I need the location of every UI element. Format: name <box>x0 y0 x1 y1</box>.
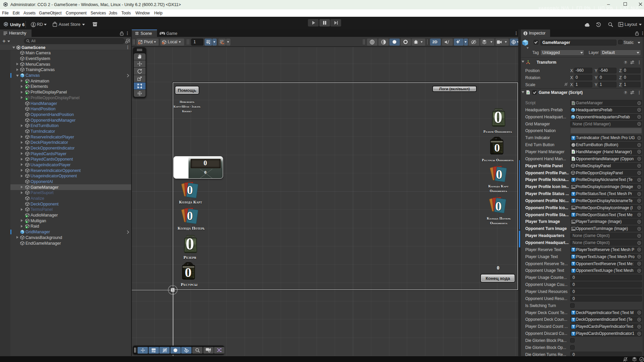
svg-text:?: ? <box>625 61 626 64</box>
svg-text:Y: Y <box>209 42 210 45</box>
svg-text:#: # <box>573 158 574 161</box>
svg-text:#: # <box>573 102 574 105</box>
svg-text:#: # <box>527 91 529 95</box>
svg-text:#: # <box>573 150 574 154</box>
svg-text:?: ? <box>625 91 626 94</box>
